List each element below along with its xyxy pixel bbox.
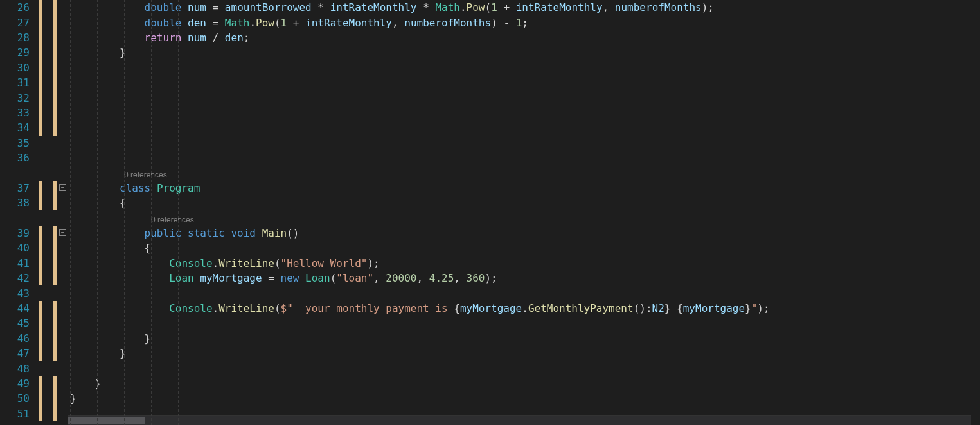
- code-line[interactable]: 38 {: [0, 195, 980, 210]
- modification-indicator: [39, 105, 42, 120]
- code-text[interactable]: Loan myMortgage = new Loan("loan", 20000…: [68, 272, 497, 284]
- gutter: [39, 120, 68, 135]
- code-line[interactable]: 50}: [0, 391, 980, 406]
- modification-indicator: [39, 90, 42, 105]
- code-line[interactable]: 27 double den = Math.Pow(1 + intRateMont…: [0, 15, 980, 30]
- fold-toggle[interactable]: −: [59, 184, 66, 191]
- line-number: 38: [0, 197, 39, 209]
- modification-indicator: [53, 316, 57, 330]
- code-text[interactable]: {: [68, 197, 126, 209]
- gutter: [39, 406, 68, 421]
- code-line[interactable]: 41 Console.WriteLine("Hellow World");: [0, 256, 980, 271]
- code-line[interactable]: 39− public static void Main(): [0, 226, 980, 240]
- modification-indicator: [39, 30, 42, 45]
- line-number: 27: [0, 17, 39, 29]
- code-line[interactable]: 36: [0, 150, 980, 165]
- modification-indicator: [39, 406, 42, 421]
- code-text[interactable]: public static void Main(): [68, 227, 299, 239]
- code-line[interactable]: 49 }: [0, 376, 980, 391]
- code-text[interactable]: }: [68, 347, 126, 359]
- modification-indicator: [53, 226, 57, 240]
- gutter: [39, 60, 68, 75]
- codelens-annotation[interactable]: 0 references: [0, 210, 980, 225]
- code-editor[interactable]: 26 double num = amountBorrowed * intRate…: [0, 0, 980, 425]
- scrollbar-thumb[interactable]: [68, 417, 145, 424]
- gutter: [39, 75, 68, 90]
- code-line[interactable]: 45: [0, 316, 980, 330]
- gutter: [39, 195, 68, 210]
- modification-indicator: [39, 316, 42, 330]
- gutter: [39, 301, 68, 316]
- code-line[interactable]: 47 }: [0, 346, 980, 361]
- line-number: 31: [0, 77, 39, 89]
- modification-indicator: [39, 301, 42, 316]
- gutter: −: [39, 181, 68, 195]
- code-line[interactable]: 43: [0, 285, 980, 300]
- code-line[interactable]: 48: [0, 361, 980, 375]
- modification-indicator: [53, 60, 57, 75]
- code-text[interactable]: class Program: [68, 182, 200, 194]
- modification-indicator: [39, 45, 42, 60]
- code-text[interactable]: }: [68, 332, 150, 345]
- modification-indicator: [39, 346, 42, 361]
- gutter: [39, 240, 68, 255]
- modification-indicator: [53, 15, 57, 30]
- gutter: [39, 45, 68, 60]
- modification-indicator: [53, 406, 57, 421]
- gutter: −: [39, 226, 68, 240]
- modification-indicator: [53, 45, 57, 60]
- code-line[interactable]: 33: [0, 105, 980, 120]
- gutter: [39, 391, 68, 406]
- modification-indicator: [39, 240, 42, 255]
- code-text[interactable]: double num = amountBorrowed * intRateMon…: [68, 1, 714, 14]
- code-line[interactable]: 32: [0, 90, 980, 105]
- code-text[interactable]: Console.WriteLine($" your monthly paymen…: [68, 302, 770, 314]
- gutter: [39, 0, 68, 15]
- line-number: 34: [0, 122, 39, 134]
- code-line[interactable]: 26 double num = amountBorrowed * intRate…: [0, 0, 980, 15]
- code-line[interactable]: 30: [0, 60, 980, 75]
- code-line[interactable]: 34: [0, 120, 980, 135]
- code-line[interactable]: 28 return num / den;: [0, 30, 980, 45]
- gutter: [39, 361, 68, 375]
- modification-indicator: [53, 391, 57, 406]
- code-line[interactable]: 46 }: [0, 331, 980, 346]
- modification-indicator: [53, 346, 57, 361]
- gutter: [39, 331, 68, 346]
- code-line[interactable]: 29 }: [0, 45, 980, 60]
- fold-toggle[interactable]: −: [59, 229, 66, 236]
- modification-indicator: [39, 271, 42, 285]
- line-number: 44: [0, 302, 39, 314]
- code-line[interactable]: 44 Console.WriteLine($" your monthly pay…: [0, 301, 980, 316]
- code-text[interactable]: }: [68, 377, 101, 390]
- code-line[interactable]: 31: [0, 75, 980, 90]
- modification-indicator: [53, 195, 57, 210]
- gutter: [39, 15, 68, 30]
- line-number: 46: [0, 332, 39, 345]
- modification-indicator: [53, 331, 57, 346]
- code-line[interactable]: 37− class Program: [0, 181, 980, 195]
- code-text[interactable]: }: [68, 392, 76, 404]
- modification-indicator: [39, 0, 42, 15]
- code-line[interactable]: 40 {: [0, 240, 980, 255]
- modification-indicator: [39, 181, 42, 195]
- code-text[interactable]: Console.WriteLine("Hellow World");: [68, 257, 380, 269]
- line-number: 40: [0, 242, 39, 254]
- code-text[interactable]: return num / den;: [68, 32, 249, 44]
- code-text[interactable]: {: [68, 242, 150, 254]
- modification-indicator: [39, 256, 42, 271]
- line-number: 49: [0, 377, 39, 390]
- codelens-annotation[interactable]: 0 references: [0, 165, 980, 180]
- line-number: 41: [0, 257, 39, 269]
- horizontal-scrollbar[interactable]: [68, 415, 971, 425]
- line-number: 48: [0, 363, 39, 375]
- line-number: 37: [0, 182, 39, 194]
- code-text[interactable]: }: [68, 46, 126, 59]
- code-line[interactable]: 35: [0, 136, 980, 150]
- code-text[interactable]: double den = Math.Pow(1 + intRateMonthly…: [68, 17, 528, 29]
- line-number: 33: [0, 107, 39, 119]
- code-line[interactable]: 42 Loan myMortgage = new Loan("loan", 20…: [0, 271, 980, 285]
- modification-indicator: [39, 15, 42, 30]
- line-number: 30: [0, 62, 39, 74]
- modification-indicator: [39, 75, 42, 90]
